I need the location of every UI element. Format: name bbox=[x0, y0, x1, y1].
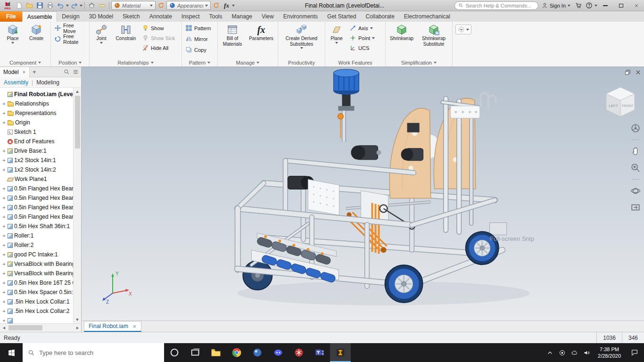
panel-title-productivity[interactable]: Productivity bbox=[278, 58, 325, 66]
tree-expander[interactable]: + bbox=[2, 223, 6, 229]
tree-expander[interactable]: + bbox=[2, 101, 6, 107]
browser-tab-close-icon[interactable] bbox=[22, 70, 26, 74]
ribbon-tab[interactable]: Assemble bbox=[22, 11, 58, 22]
tree-expander[interactable]: + bbox=[2, 289, 6, 295]
tree-item[interactable]: Work Plane1 bbox=[0, 174, 73, 184]
browser-add-tab-button[interactable]: + bbox=[30, 68, 39, 75]
tree-item[interactable]: + Relationships bbox=[0, 99, 73, 108]
mirror-button[interactable]: Mirror bbox=[183, 34, 210, 44]
panel-title-pattern[interactable]: Pattern bbox=[182, 58, 217, 66]
tree-item[interactable]: + 1x2 Stock 14in:2 bbox=[0, 165, 73, 174]
tree-item[interactable]: + 0.5in Flanged Hex Bearin bbox=[0, 203, 73, 212]
tree-item[interactable]: + .5in Hex Lock Collar:2 bbox=[0, 306, 73, 316]
horizontal-scroll-thumb[interactable] bbox=[8, 325, 42, 330]
new-file-icon[interactable] bbox=[14, 0, 24, 10]
help-icon[interactable] bbox=[584, 0, 594, 10]
help-menu-caret[interactable] bbox=[594, 5, 597, 7]
place-button[interactable]: Place bbox=[1, 23, 24, 44]
zoom-icon[interactable] bbox=[630, 163, 641, 173]
tree-item[interactable]: + 0.5in Hex Spacer 0.5in:1 bbox=[0, 288, 73, 297]
shrinkwrap-button[interactable]: Shrinkwrap bbox=[387, 23, 416, 41]
create-button[interactable]: Create bbox=[25, 23, 48, 41]
tree-expander[interactable]: + bbox=[2, 299, 6, 304]
scroll-right-button[interactable] bbox=[74, 327, 81, 329]
tree-item[interactable]: Sketch 1 bbox=[0, 127, 73, 137]
shrinkwrap-substitute-button[interactable]: Shrinkwrap Substitute bbox=[417, 23, 450, 47]
tree-item[interactable]: End of Features bbox=[0, 137, 73, 146]
point-button[interactable]: Point bbox=[347, 33, 377, 43]
undo-icon[interactable] bbox=[56, 0, 66, 10]
joint-button[interactable]: Joint bbox=[91, 23, 112, 44]
tree-expander[interactable]: + bbox=[2, 167, 6, 173]
taskbar-search-box[interactable] bbox=[23, 343, 164, 362]
ucs-button[interactable]: UCS bbox=[347, 43, 377, 53]
open-icon[interactable] bbox=[25, 0, 34, 10]
appearance-dropdown[interactable]: Appearance bbox=[166, 1, 211, 10]
panel-title-manage[interactable]: Manage bbox=[218, 58, 278, 66]
undo-menu-caret[interactable] bbox=[66, 5, 69, 7]
red-app-button[interactable] bbox=[289, 343, 309, 362]
close-button[interactable] bbox=[629, 0, 644, 11]
copy-button[interactable]: Copy bbox=[183, 45, 208, 55]
home-icon[interactable] bbox=[87, 0, 97, 10]
panel-title-simplification[interactable]: Simplification bbox=[386, 58, 452, 66]
free-rotate-button[interactable]: Free Rotate bbox=[52, 34, 88, 44]
tray-target-icon[interactable] bbox=[559, 349, 566, 356]
ribbon-tab[interactable]: Inspect bbox=[177, 11, 205, 22]
appearance-update-icon[interactable] bbox=[211, 0, 221, 10]
tree-expander[interactable]: + bbox=[2, 186, 6, 191]
navigation-wheel-icon[interactable] bbox=[630, 123, 641, 133]
tree-expander[interactable]: + bbox=[2, 271, 6, 276]
ribbon-tab[interactable]: 3D Model bbox=[84, 11, 118, 22]
document-restore-icon[interactable] bbox=[625, 69, 631, 75]
tree-expander[interactable]: + bbox=[2, 148, 6, 154]
hide-all-button[interactable]: Hide All bbox=[140, 43, 177, 53]
store-cart-icon[interactable] bbox=[574, 0, 584, 10]
tree-item[interactable]: + bbox=[0, 316, 73, 323]
panel-title-component[interactable]: Component bbox=[0, 58, 50, 66]
view-cube[interactable]: LEFT FRONT bbox=[602, 84, 639, 122]
tree-expander[interactable]: + bbox=[2, 120, 6, 125]
document-tab-close-icon[interactable] bbox=[132, 324, 137, 329]
scroll-down-button[interactable] bbox=[74, 316, 81, 323]
tree-expander[interactable]: + bbox=[2, 157, 6, 163]
taskbar-clock[interactable]: 7:38 PM 2/28/2020 bbox=[594, 343, 625, 362]
panel-title-position[interactable]: Position bbox=[51, 58, 89, 66]
print-icon[interactable] bbox=[45, 0, 55, 10]
document-close-icon[interactable] bbox=[635, 69, 641, 75]
material-dropdown[interactable]: Material bbox=[111, 1, 156, 10]
axis-button[interactable]: Axis bbox=[347, 23, 377, 33]
start-button[interactable] bbox=[0, 343, 23, 362]
orbit-icon[interactable] bbox=[630, 186, 641, 196]
show-sick-button[interactable]: Show Sick bbox=[140, 33, 177, 43]
tree-expander[interactable]: + bbox=[2, 242, 6, 248]
ribbon-tab[interactable]: Manage bbox=[227, 11, 257, 22]
cortana-button[interactable] bbox=[164, 343, 185, 362]
pan-hand-icon[interactable] bbox=[630, 146, 641, 156]
ribbon-display-options-button[interactable] bbox=[455, 25, 471, 34]
plane-button[interactable]: Plane bbox=[327, 23, 347, 44]
measure-icon[interactable] bbox=[97, 0, 107, 10]
tree-item[interactable]: + Drive Base:1 bbox=[0, 146, 73, 156]
action-center-button[interactable] bbox=[625, 343, 644, 362]
material-update-icon[interactable] bbox=[156, 0, 166, 10]
redo-icon[interactable] bbox=[69, 0, 79, 10]
ribbon-tab[interactable]: Environments bbox=[279, 11, 322, 22]
help-search-box[interactable] bbox=[454, 1, 538, 10]
document-tab[interactable]: Final Robot.iam bbox=[84, 321, 141, 332]
blue-sphere-app-button[interactable] bbox=[247, 343, 268, 362]
tree-item[interactable]: + Roller:1 bbox=[0, 231, 73, 240]
tree-expander[interactable]: + bbox=[2, 318, 6, 323]
discord-button[interactable] bbox=[268, 343, 289, 362]
maximize-button[interactable] bbox=[613, 0, 628, 11]
tree-item[interactable]: + .5in Hex Lock Collar:1 bbox=[0, 297, 73, 306]
browser-tab-modeling[interactable]: Modeling bbox=[36, 79, 59, 86]
tree-expander[interactable]: + bbox=[2, 214, 6, 220]
tree-item[interactable]: + 0.5in Hex Bore 16T 25 Cl bbox=[0, 278, 73, 288]
tree-item[interactable]: + Origin bbox=[0, 118, 73, 127]
tree-expander[interactable]: + bbox=[2, 252, 6, 257]
ribbon-tab[interactable]: Annotate bbox=[145, 11, 177, 22]
redo-menu-caret[interactable] bbox=[80, 5, 83, 7]
free-move-button[interactable]: Free Move bbox=[52, 23, 88, 33]
ribbon-tab[interactable]: View bbox=[257, 11, 279, 22]
